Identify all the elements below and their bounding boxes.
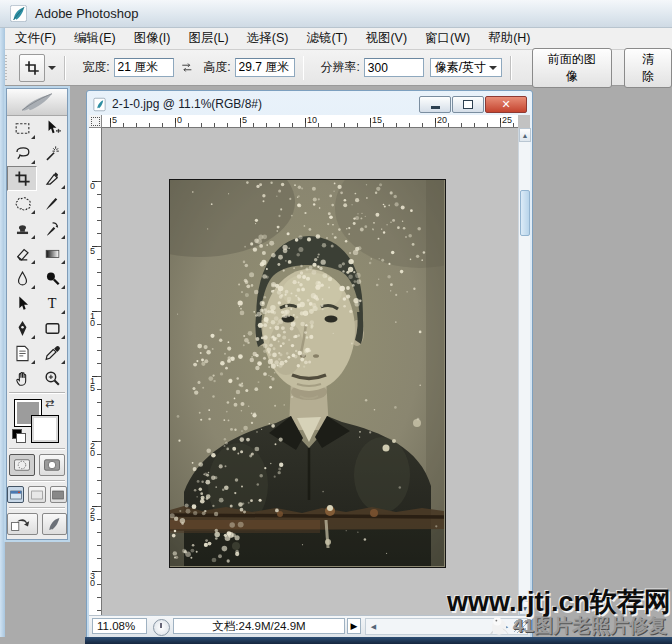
zoom-level-field[interactable]: 11.08%: [92, 618, 147, 634]
menu-item-6[interactable]: 视图(V): [356, 28, 416, 49]
standard-mode-button[interactable]: [9, 454, 35, 476]
v-ruler-label: 30: [90, 573, 98, 587]
tool-preset-caret[interactable]: [48, 66, 56, 74]
tool-notes[interactable]: [7, 341, 37, 366]
canvas-area[interactable]: [102, 128, 518, 615]
imageready-feather-icon: [42, 513, 67, 535]
swap-dimensions-icon[interactable]: [180, 61, 194, 74]
resolution-unit-value: 像素/英寸: [435, 59, 486, 76]
tool-dodge[interactable]: [37, 266, 67, 291]
document-size-field: 文档:24.9M/24.9M: [173, 618, 345, 634]
app-title-bar: Adobe Photoshop: [0, 0, 672, 28]
tool-move[interactable]: [37, 116, 67, 141]
width-input[interactable]: [114, 58, 174, 77]
menu-item-7[interactable]: 窗口(W): [416, 28, 479, 49]
watermark-caption-text: 41图片老照片修复: [513, 613, 667, 639]
separator: [9, 480, 65, 482]
h-ruler-label: 5: [112, 115, 117, 125]
standard-screen-mode-button[interactable]: [7, 486, 24, 503]
restore-button[interactable]: [452, 96, 484, 113]
menu-item-0[interactable]: 文件(F): [6, 28, 65, 49]
ruler-origin[interactable]: [89, 115, 102, 128]
photoshop-window: Adobe Photoshop 文件(F)编辑(E)图像(I)图层(L)选择(S…: [0, 0, 672, 644]
h-ruler-label: 0: [177, 115, 182, 125]
minimize-button[interactable]: [419, 96, 451, 113]
window-frame-left: [0, 28, 5, 637]
h-ruler-label: 25: [502, 115, 512, 125]
tool-history-brush[interactable]: [37, 216, 67, 241]
photo-image[interactable]: [169, 179, 446, 568]
document-window: 2-1-0.jpg @ 11.1%(RGB/8#) ✕ 50510152025 …: [86, 90, 533, 639]
dropdown-caret-icon: [489, 66, 497, 74]
vertical-scrollbar[interactable]: ▲ ▼: [518, 128, 530, 615]
tool-eyedropper[interactable]: [37, 341, 67, 366]
menu-item-1[interactable]: 编辑(E): [65, 28, 125, 49]
menu-item-2[interactable]: 图像(I): [125, 28, 180, 49]
fullscreen-mode-button[interactable]: [50, 486, 67, 503]
screen-mode-row: [7, 483, 67, 506]
document-title-bar[interactable]: 2-1-0.jpg @ 11.1%(RGB/8#) ✕: [89, 93, 530, 115]
height-input[interactable]: [235, 58, 295, 77]
tool-crop[interactable]: [7, 166, 37, 191]
menu-item-3[interactable]: 图层(L): [179, 28, 237, 49]
tool-slice[interactable]: [37, 166, 67, 191]
close-button[interactable]: ✕: [485, 96, 527, 113]
jump-to-imageready-button[interactable]: [7, 513, 38, 535]
front-image-button[interactable]: 前面的图像: [532, 48, 613, 88]
resolution-unit-dropdown[interactable]: 像素/英寸: [430, 58, 502, 77]
resolution-input[interactable]: [364, 58, 424, 77]
current-tool-button[interactable]: [19, 54, 46, 82]
vertical-scroll-thumb[interactable]: [520, 190, 530, 236]
scroll-left-arrow[interactable]: ◀: [367, 620, 380, 633]
resolution-label: 分辨率:: [320, 59, 359, 76]
h-ruler-label: 10: [307, 115, 317, 125]
menu-item-4[interactable]: 选择(S): [238, 28, 298, 49]
v-ruler-label: 15: [90, 378, 98, 392]
tool-pen[interactable]: [7, 316, 37, 341]
tool-path-selection[interactable]: [7, 291, 37, 316]
separator: [303, 56, 305, 80]
tool-rectangular-marquee[interactable]: [7, 116, 37, 141]
clear-button[interactable]: 清除: [624, 48, 672, 88]
tool-brush[interactable]: [37, 191, 67, 216]
document-content: 50510152025 051015202530: [89, 115, 530, 637]
tool-lasso[interactable]: [7, 141, 37, 166]
old-photo-portrait: [170, 180, 444, 566]
tool-patch[interactable]: [7, 191, 37, 216]
horizontal-ruler[interactable]: 50510152025: [102, 115, 518, 128]
tool-clone-stamp[interactable]: [7, 216, 37, 241]
default-colors-icon[interactable]: [12, 429, 26, 442]
tool-gradient[interactable]: [37, 241, 67, 266]
menu-item-5[interactable]: 滤镜(T): [297, 28, 356, 49]
crop-icon: [23, 59, 41, 77]
vertical-ruler[interactable]: 051015202530: [89, 128, 102, 615]
v-ruler-label: 5: [90, 248, 98, 255]
tool-magic-wand[interactable]: [37, 141, 67, 166]
separator: [9, 448, 65, 450]
document-file-icon: [92, 97, 107, 112]
tool-blur[interactable]: [7, 266, 37, 291]
tool-type[interactable]: T: [37, 291, 67, 316]
status-options-arrow[interactable]: ▶: [347, 618, 361, 634]
tool-zoom[interactable]: [37, 366, 67, 391]
menu-bar: 文件(F)编辑(E)图像(I)图层(L)选择(S)滤镜(T)视图(V)窗口(W)…: [0, 28, 672, 50]
feather-logo-icon: [17, 92, 57, 112]
swap-colors-icon[interactable]: ⇄: [45, 397, 54, 410]
toolbox-header[interactable]: [7, 89, 67, 116]
background-color-swatch[interactable]: [31, 415, 59, 443]
v-ruler-label: 20: [90, 443, 98, 457]
separator: [510, 56, 512, 80]
tool-hand[interactable]: [7, 366, 37, 391]
scroll-up-arrow[interactable]: ▲: [519, 128, 531, 142]
mascot-icon: [489, 616, 511, 636]
height-label: 高度:: [203, 59, 230, 76]
h-ruler-label: 5: [242, 115, 247, 125]
tool-rectangle[interactable]: [37, 316, 67, 341]
fullscreen-menubar-mode-button[interactable]: [28, 486, 45, 503]
menu-item-8[interactable]: 帮助(H): [479, 28, 539, 49]
tool-eraser[interactable]: [7, 241, 37, 266]
separator: [9, 392, 65, 394]
svg-text:T: T: [47, 295, 56, 311]
mask-mode-row: [7, 451, 67, 479]
quick-mask-mode-button[interactable]: [39, 454, 65, 476]
